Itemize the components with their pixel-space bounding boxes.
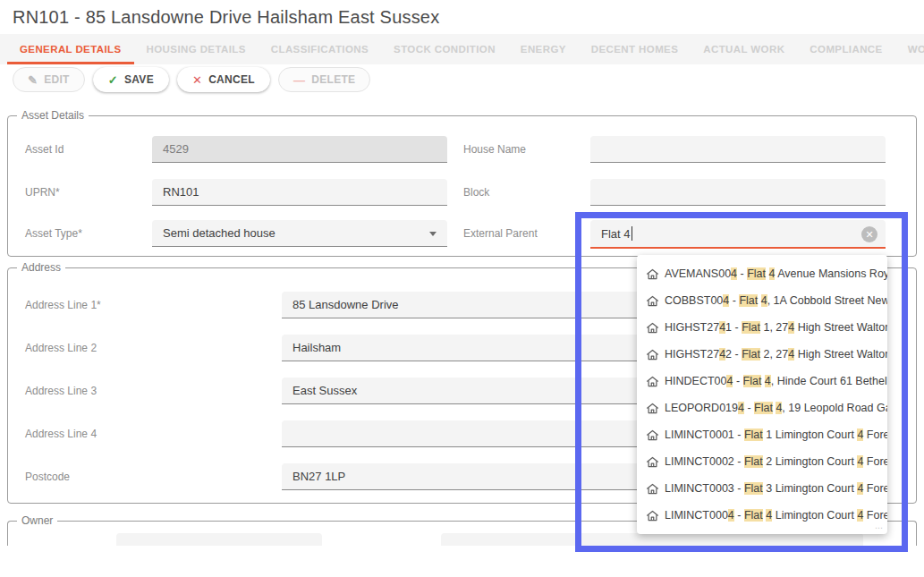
text-cursor xyxy=(632,226,632,241)
asset-id-value: 4529 xyxy=(163,142,189,156)
external-parent-dropdown: AVEMANS004 - Flat 4 Avenue Mansions Roya… xyxy=(637,255,887,534)
external-parent-input[interactable]: Flat 4 ✕ xyxy=(590,220,886,249)
house-icon xyxy=(646,375,659,388)
uprn-label: UPRN* xyxy=(25,179,60,206)
house-icon xyxy=(646,402,659,415)
asset-id-field: 4529 xyxy=(152,136,447,163)
uprn-value: RN101 xyxy=(163,185,199,199)
tab-energy[interactable]: ENERGY xyxy=(508,34,579,64)
cancel-button-label: CANCEL xyxy=(208,73,255,86)
house-name-field[interactable] xyxy=(590,136,886,163)
house-icon xyxy=(646,429,659,442)
uprn-field[interactable]: RN101 xyxy=(152,179,447,206)
block-label: Block xyxy=(463,179,489,206)
tab-classifications[interactable]: CLASSIFICATIONS xyxy=(259,34,381,64)
tab-bar: GENERAL DETAILS HOUSING DETAILS CLASSIFI… xyxy=(0,34,924,64)
toolbar: ✎ EDIT ✓ SAVE ✕ CANCEL — DELETE xyxy=(13,67,370,92)
house-icon xyxy=(646,509,659,522)
tab-housing-details[interactable]: HOUSING DETAILS xyxy=(134,34,259,64)
owner-field-stub[interactable] xyxy=(116,533,322,546)
check-icon: ✓ xyxy=(108,74,118,86)
address-line2-value: Hailsham xyxy=(292,341,341,354)
asset-type-value: Semi detached house xyxy=(163,226,276,240)
delete-button-label: DELETE xyxy=(311,73,355,86)
external-parent-value: Flat 4 xyxy=(601,227,631,241)
dropdown-item[interactable]: HIGHST2741 - Flat 1, 274 High Street Wal… xyxy=(637,314,887,341)
dropdown-item[interactable]: LEOPORD0194 - Flat 4, 19 Leopold Road Ga… xyxy=(637,395,887,421)
save-button-label: SAVE xyxy=(124,73,154,86)
tab-compliance[interactable]: COMPLIANCE xyxy=(797,34,894,64)
block-field[interactable] xyxy=(590,179,886,206)
house-icon xyxy=(646,455,659,469)
cross-icon: ✕ xyxy=(192,74,202,86)
postcode-label: Postcode xyxy=(25,463,70,490)
dropdown-item[interactable]: HINDECT004 - Flat 4, Hinde Court 61 Beth… xyxy=(637,368,887,395)
dropdown-item-text: LIMINCT0003 - Flat 3 Limington Court 4 F… xyxy=(665,482,887,495)
tab-actual-work[interactable]: ACTUAL WORK xyxy=(691,34,797,64)
dropdown-item[interactable]: AVEMANS004 - Flat 4 Avenue Mansions Roya… xyxy=(637,260,887,287)
dropdown-item[interactable]: LIMINCT0002 - Flat 2 Limington Court 4 F… xyxy=(637,448,887,475)
resize-grip-icon[interactable]: ⋯ xyxy=(875,523,884,532)
house-icon xyxy=(646,482,659,496)
minus-icon: — xyxy=(293,74,305,86)
dropdown-item-text: LIMINCT0004 - Flat 4 Limington Court 4 F… xyxy=(665,509,887,522)
dropdown-item[interactable]: HIGHST2742 - Flat 2, 274 High Street Wal… xyxy=(637,341,887,368)
dropdown-item[interactable]: LIMINCT0001 - Flat 1 Limington Court 4 F… xyxy=(637,421,887,448)
dropdown-item-text: HIGHST2742 - Flat 2, 274 High Street Wal… xyxy=(665,348,887,361)
page-title: RN101 - 85 Lansdowne Drive Hailsham East… xyxy=(13,7,439,28)
dropdown-item-text: HIGHST2741 - Flat 1, 274 High Street Wal… xyxy=(665,321,887,334)
address-line1-label: Address Line 1* xyxy=(25,292,101,318)
dropdown-item-text: COBBST004 - Flat 4, 1A Cobbold Street Ne… xyxy=(665,294,887,307)
house-icon xyxy=(646,348,659,361)
dropdown-item[interactable]: LIMINCT0003 - Flat 3 Limington Court 4 F… xyxy=(637,475,887,502)
cancel-button[interactable]: ✕ CANCEL xyxy=(177,67,270,92)
dropdown-item-text: LIMINCT0001 - Flat 1 Limington Court 4 F… xyxy=(665,429,887,441)
address-line4-label: Address Line 4 xyxy=(25,420,97,447)
chevron-down-icon xyxy=(429,232,437,236)
tab-decent-homes[interactable]: DECENT HOMES xyxy=(579,34,691,64)
house-icon xyxy=(646,267,659,281)
delete-button[interactable]: — DELETE xyxy=(278,67,370,92)
external-parent-label: External Parent xyxy=(463,220,538,247)
pencil-icon: ✎ xyxy=(28,74,38,86)
dropdown-item-text: HINDECT004 - Flat 4, Hinde Court 61 Beth… xyxy=(665,375,887,387)
address-legend: Address xyxy=(17,261,65,274)
dropdown-item-text: AVEMANS004 - Flat 4 Avenue Mansions Roya… xyxy=(665,267,887,280)
dropdown-item[interactable]: LIMINCT0004 - Flat 4 Limington Court 4 F… xyxy=(637,502,887,529)
dropdown-item-text: LEOPORD0194 - Flat 4, 19 Leopold Road Ga… xyxy=(665,402,887,414)
save-button[interactable]: ✓ SAVE xyxy=(93,67,169,92)
external-parent-dropdown-list: AVEMANS004 - Flat 4 Avenue Mansions Roya… xyxy=(637,260,887,529)
asset-type-select[interactable]: Semi detached house xyxy=(152,220,447,247)
house-icon xyxy=(646,294,659,308)
address-line1-value: 85 Lansdowne Drive xyxy=(292,298,399,311)
asset-details-legend: Asset Details xyxy=(17,109,89,122)
clear-icon[interactable]: ✕ xyxy=(861,226,877,242)
owner-field-stub[interactable] xyxy=(441,533,863,546)
house-name-label: House Name xyxy=(463,136,526,163)
postcode-value: BN27 1LP xyxy=(292,470,345,483)
address-line3-value: East Sussex xyxy=(292,384,357,397)
dropdown-item[interactable]: COBBST004 - Flat 4, 1A Cobbold Street Ne… xyxy=(637,287,887,314)
dropdown-item-text: LIMINCT0002 - Flat 2 Limington Court 4 F… xyxy=(665,455,887,468)
asset-type-label: Asset Type* xyxy=(25,220,82,247)
address-line3-label: Address Line 3 xyxy=(25,378,97,404)
tab-works[interactable]: WORKS xyxy=(895,34,924,64)
address-line2-label: Address Line 2 xyxy=(25,335,97,361)
owner-legend: Owner xyxy=(17,514,57,527)
tab-stock-condition[interactable]: STOCK CONDITION xyxy=(381,34,508,64)
tab-general-details[interactable]: GENERAL DETAILS xyxy=(7,34,134,64)
edit-button[interactable]: ✎ EDIT xyxy=(13,67,85,92)
house-icon xyxy=(646,321,659,335)
asset-id-label: Asset Id xyxy=(25,136,64,163)
edit-button-label: EDIT xyxy=(44,73,70,86)
asset-detail-page: RN101 - 85 Lansdowne Drive Hailsham East… xyxy=(0,0,924,577)
